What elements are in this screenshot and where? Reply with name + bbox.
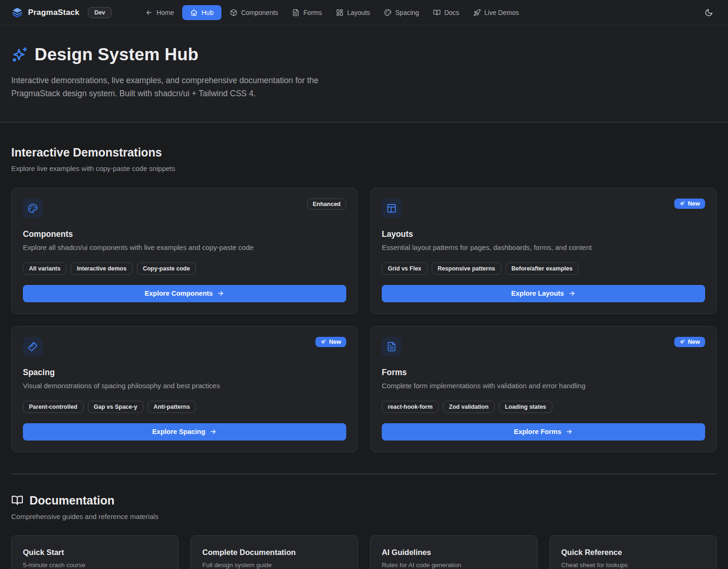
tag-badge: All variants: [23, 263, 66, 275]
sparkles-icon: [11, 46, 28, 63]
house-icon: [190, 9, 198, 16]
demo-card-layouts: New Layouts Essential layout patterns fo…: [370, 188, 717, 314]
sparkles-icon: [679, 201, 685, 206]
doc-card-quick-reference[interactable]: Quick Reference Cheat sheet for lookups: [550, 535, 717, 569]
demos-section-header: Interactive Demonstrations Explore live …: [11, 122, 717, 172]
layout-grid-icon: [336, 9, 343, 16]
doc-card-title: Quick Reference: [561, 548, 705, 557]
brand-name: PragmaStack: [28, 8, 79, 17]
doc-card-quick-start[interactable]: Quick Start 5-minute crash course: [11, 535, 178, 569]
moon-icon: [705, 8, 713, 17]
sparkles-icon: [679, 339, 685, 345]
new-badge: New: [315, 337, 346, 347]
card-title: Layouts: [382, 229, 705, 239]
explore-forms-button[interactable]: Explore Forms: [382, 423, 705, 441]
card-description: Explore all shadcn/ui components with li…: [23, 243, 346, 251]
nav-label: Forms: [303, 9, 322, 16]
tag-badge: Loading states: [499, 401, 552, 413]
button-label: Explore Layouts: [511, 290, 564, 297]
new-badge: New: [674, 199, 705, 209]
sparkles-icon: [321, 339, 326, 345]
layers-logo-icon: [11, 7, 23, 19]
status-badge: Enhanced: [307, 199, 346, 210]
book-open-icon: [433, 9, 441, 16]
nav-item-hub[interactable]: Hub: [182, 5, 221, 20]
docs-section-header: Documentation Comprehensive guides and r…: [11, 474, 717, 520]
tag-row: react-hook-form Zod validation Loading s…: [382, 401, 705, 413]
explore-layouts-button[interactable]: Explore Layouts: [382, 285, 705, 302]
env-badge: Dev: [88, 7, 112, 18]
page-subtitle: Interactive demonstrations, live example…: [11, 74, 359, 100]
box-icon: [230, 9, 237, 16]
card-title: Spacing: [23, 368, 346, 377]
nav-item-components[interactable]: Components: [224, 5, 284, 20]
doc-card-ai-guidelines[interactable]: AI Guidelines Rules for AI code generati…: [370, 535, 537, 569]
docs-title: Documentation: [29, 494, 114, 507]
tag-badge: Copy-paste code: [137, 263, 196, 275]
doc-card-description: 5-minute crash course: [23, 562, 167, 569]
demos-subtitle: Explore live examples with copy-paste co…: [11, 164, 717, 172]
tag-badge: Zod validation: [443, 401, 495, 413]
nav-label: Hub: [201, 9, 214, 16]
card-title: Forms: [382, 368, 705, 377]
page-title: Design System Hub: [35, 45, 199, 64]
panels-top-icon: [382, 199, 401, 218]
badge-label: New: [688, 339, 700, 345]
arrow-right-icon: [209, 428, 217, 435]
new-badge: New: [674, 337, 705, 347]
palette-icon: [384, 9, 392, 16]
nav-label: Live Demos: [485, 9, 519, 16]
nav-label: Layouts: [347, 9, 370, 16]
brand[interactable]: PragmaStack Dev: [11, 7, 112, 19]
ruler-icon: [23, 337, 43, 356]
nav-item-layouts[interactable]: Layouts: [330, 5, 376, 20]
palette-icon: [23, 199, 43, 218]
explore-components-button[interactable]: Explore Components: [23, 285, 346, 302]
main-content: Interactive Demonstrations Explore live …: [0, 122, 728, 569]
nav-item-live-demos[interactable]: Live Demos: [468, 5, 525, 20]
card-title: Components: [23, 229, 346, 239]
button-label: Explore Spacing: [152, 428, 206, 435]
main-nav: Home Hub Components Forms Layouts: [140, 5, 525, 20]
card-description: Essential layout patterns for pages, das…: [382, 243, 705, 251]
doc-card-title: AI Guidelines: [382, 548, 526, 557]
arrow-left-icon: [145, 9, 153, 16]
theme-toggle-button[interactable]: [701, 5, 717, 21]
tag-badge: Parent-controlled: [23, 401, 84, 413]
doc-card-description: Full design system guide: [202, 562, 346, 569]
nav-label: Spacing: [395, 9, 419, 16]
docs-card-grid: Quick Start 5-minute crash course Comple…: [11, 535, 717, 569]
tag-badge: Grid vs Flex: [382, 263, 428, 275]
top-navbar: PragmaStack Dev Home Hub Components Fo: [0, 0, 728, 25]
docs-subtitle: Comprehensive guides and reference mater…: [11, 512, 717, 520]
tag-badge: Before/after examples: [506, 263, 579, 275]
nav-item-docs[interactable]: Docs: [428, 5, 465, 20]
tag-row: Grid vs Flex Responsive patterns Before/…: [382, 263, 705, 275]
arrow-right-icon: [565, 428, 573, 435]
file-text-icon: [292, 9, 300, 16]
doc-card-description: Rules for AI code generation: [382, 562, 526, 569]
explore-spacing-button[interactable]: Explore Spacing: [23, 423, 346, 441]
file-text-icon: [382, 337, 401, 356]
rocket-icon: [473, 9, 481, 16]
button-label: Explore Components: [145, 290, 213, 297]
demo-card-components: Enhanced Components Explore all shadcn/u…: [11, 188, 358, 314]
card-description: Visual demonstrations of spacing philoso…: [23, 382, 346, 390]
book-open-icon: [11, 494, 23, 506]
demo-card-grid: Enhanced Components Explore all shadcn/u…: [11, 188, 717, 452]
nav-item-home[interactable]: Home: [140, 5, 179, 20]
tag-badge: Responsive patterns: [432, 263, 501, 275]
nav-label: Docs: [444, 9, 459, 16]
tag-badge: Gap vs Space-y: [88, 401, 143, 413]
nav-label: Components: [241, 9, 278, 16]
nav-item-forms[interactable]: Forms: [286, 5, 328, 20]
doc-card-description: Cheat sheet for lookups: [561, 562, 705, 569]
demo-card-spacing: New Spacing Visual demonstrations of spa…: [11, 326, 358, 452]
tag-row: Parent-controlled Gap vs Space-y Anti-pa…: [23, 401, 346, 413]
button-label: Explore Forms: [514, 428, 562, 435]
nav-label: Home: [157, 9, 174, 16]
doc-card-complete-documentation[interactable]: Complete Documentation Full design syste…: [191, 535, 358, 569]
doc-card-title: Complete Documentation: [202, 548, 346, 557]
nav-item-spacing[interactable]: Spacing: [378, 5, 425, 20]
arrow-right-icon: [217, 290, 224, 297]
